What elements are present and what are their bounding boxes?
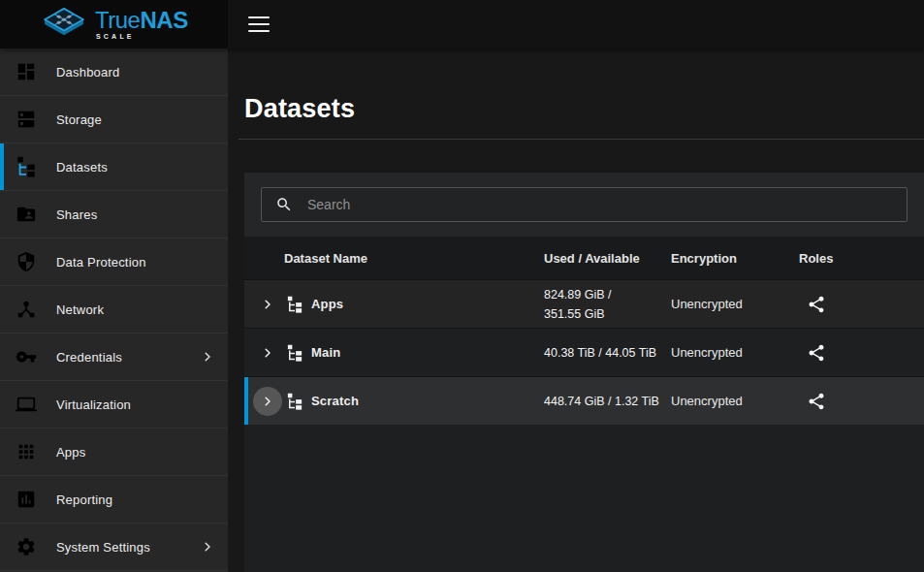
network-icon bbox=[16, 299, 37, 320]
storage-icon bbox=[16, 109, 37, 130]
sidebar-item-credentials[interactable]: Credentials bbox=[0, 334, 228, 381]
sidebar-item-label: Shares bbox=[56, 207, 97, 222]
sidebar-item-label: Data Protection bbox=[56, 255, 146, 270]
sidebar-item-label: Datasets bbox=[56, 160, 108, 175]
used-available-value: 824.89 GiB / 351.55 GiB bbox=[544, 285, 671, 324]
encryption-value: Unencrypted bbox=[671, 394, 799, 408]
search-icon bbox=[275, 196, 293, 213]
encryption-value: Unencrypted bbox=[671, 297, 799, 311]
share-icon bbox=[807, 295, 826, 314]
sidebar-item-reporting[interactable]: Reporting bbox=[0, 476, 228, 524]
brand-name: TrueNAS bbox=[95, 10, 188, 31]
column-header-dataset-name: Dataset Name bbox=[284, 251, 544, 266]
sidebar-item-label: System Settings bbox=[56, 540, 150, 555]
brand-subtitle: SCALE bbox=[95, 33, 188, 40]
datasets-card: Dataset Name Used / Available Encryption… bbox=[244, 173, 924, 572]
datasets-icon bbox=[16, 156, 37, 177]
dataset-icon bbox=[286, 344, 303, 362]
shield-icon bbox=[16, 251, 37, 272]
sidebar-item-network[interactable]: Network bbox=[0, 286, 228, 334]
expand-row-button[interactable] bbox=[253, 290, 282, 319]
sidebar-item-label: Credentials bbox=[56, 350, 122, 365]
truenas-logo: TrueNAS SCALE bbox=[0, 0, 228, 48]
sidebar-item-datasets[interactable]: Datasets bbox=[0, 143, 228, 191]
gear-icon bbox=[16, 536, 37, 557]
dataset-name: Main bbox=[311, 345, 340, 360]
topbar: TrueNAS SCALE bbox=[0, 0, 924, 48]
shares-icon bbox=[16, 204, 37, 225]
sidebar-item-data-protection[interactable]: Data Protection bbox=[0, 238, 228, 286]
truenas-logo-icon bbox=[42, 7, 86, 42]
chevron-right-icon bbox=[260, 297, 275, 312]
main-content: Datasets Dataset Name Used / Available E… bbox=[228, 48, 924, 572]
expand-row-button[interactable] bbox=[253, 387, 282, 416]
encryption-value: Unencrypted bbox=[671, 345, 799, 360]
column-header-used-available: Used / Available bbox=[544, 251, 671, 266]
dataset-name: Scratch bbox=[311, 394, 359, 408]
computer-icon bbox=[16, 394, 37, 415]
page-title: Datasets bbox=[228, 48, 924, 124]
sidebar-item-storage[interactable]: Storage bbox=[0, 96, 228, 143]
sidebar-item-dashboard[interactable]: Dashboard bbox=[0, 48, 228, 96]
sidebar-item-label: Network bbox=[56, 302, 104, 317]
chevron-right-icon bbox=[200, 349, 215, 365]
apps-grid-icon bbox=[16, 441, 37, 462]
share-icon bbox=[807, 343, 826, 363]
sidebar-item-label: Reporting bbox=[56, 493, 112, 507]
chevron-right-icon bbox=[260, 394, 275, 409]
sidebar-item-virtualization[interactable]: Virtualization bbox=[0, 381, 228, 429]
used-available-value: 40.38 TiB / 44.05 TiB bbox=[544, 343, 671, 363]
title-divider bbox=[239, 139, 924, 140]
dashboard-icon bbox=[16, 61, 37, 82]
table-header: Dataset Name Used / Available Encryption… bbox=[244, 237, 924, 279]
expand-row-button[interactable] bbox=[253, 338, 282, 367]
table-row-main[interactable]: Main 40.38 TiB / 44.05 TiB Unencrypted bbox=[244, 328, 924, 376]
sidebar-item-label: Virtualization bbox=[56, 397, 131, 412]
column-header-encryption: Encryption bbox=[671, 251, 799, 266]
sidebar-item-shares[interactable]: Shares bbox=[0, 191, 228, 238]
used-available-value: 448.74 GiB / 1.32 TiB bbox=[544, 392, 671, 411]
search-row bbox=[244, 173, 924, 237]
search-box bbox=[261, 187, 908, 222]
table-body: Apps 824.89 GiB / 351.55 GiB Unencrypted… bbox=[244, 279, 924, 425]
sidebar-nav: Dashboard Storage Datasets Shares Data P… bbox=[0, 48, 228, 572]
chevron-right-icon bbox=[200, 539, 215, 555]
dataset-icon bbox=[286, 296, 303, 313]
share-icon bbox=[807, 392, 826, 411]
column-header-roles: Roles bbox=[799, 251, 924, 266]
hamburger-menu-icon[interactable] bbox=[248, 16, 270, 32]
table-row-scratch[interactable]: Scratch 448.74 GiB / 1.32 TiB Unencrypte… bbox=[244, 376, 924, 425]
sidebar-item-label: Storage bbox=[56, 112, 102, 127]
dataset-icon bbox=[286, 393, 303, 410]
search-input[interactable] bbox=[293, 188, 897, 221]
sidebar-item-system-settings[interactable]: System Settings bbox=[0, 524, 228, 571]
sidebar-item-label: Dashboard bbox=[56, 65, 119, 79]
dataset-name: Apps bbox=[311, 297, 343, 311]
table-row-apps[interactable]: Apps 824.89 GiB / 351.55 GiB Unencrypted bbox=[244, 279, 924, 328]
chevron-right-icon bbox=[260, 345, 275, 361]
sidebar-item-apps[interactable]: Apps bbox=[0, 429, 228, 476]
bar-chart-icon bbox=[16, 489, 37, 510]
sidebar-item-label: Apps bbox=[56, 445, 85, 460]
key-icon bbox=[16, 346, 37, 367]
